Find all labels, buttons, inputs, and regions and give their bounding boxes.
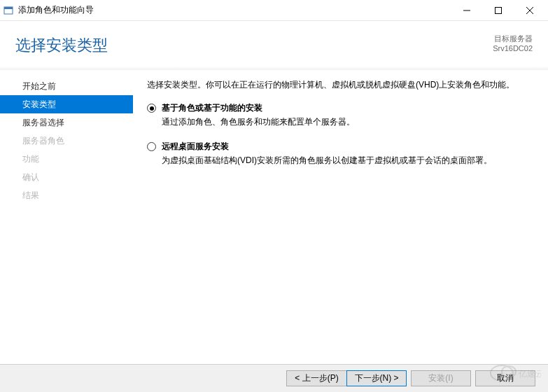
- sidebar-item-server-roles: 服务器角色: [0, 132, 133, 150]
- sidebar-item-label: 服务器角色: [22, 135, 64, 147]
- radio-icon: [147, 142, 156, 151]
- previous-button[interactable]: < 上一步(P): [286, 370, 346, 386]
- header: 选择安装类型 目标服务器 Srv16DC02: [0, 21, 548, 70]
- button-label: 下一步(N) >: [355, 372, 399, 384]
- app-icon: [3, 5, 14, 16]
- button-label: 安装(I): [428, 372, 453, 384]
- cancel-button[interactable]: 取消: [475, 370, 535, 386]
- sidebar-item-before-you-begin[interactable]: 开始之前: [0, 77, 133, 95]
- radio-option-rds[interactable]: 远程桌面服务安装 为虚拟桌面基础结构(VDI)安装所需的角色服务以创建基于虚拟机…: [147, 141, 533, 167]
- install-button: 安装(I): [411, 370, 471, 386]
- next-button[interactable]: 下一步(N) >: [346, 370, 407, 386]
- wizard-steps-sidebar: 开始之前 安装类型 服务器选择 服务器角色 功能 确认 结果: [0, 70, 133, 364]
- window-title: 添加角色和功能向导: [18, 4, 451, 16]
- content-pane: 选择安装类型。你可以在正在运行的物理计算机、虚拟机或脱机虚拟硬盘(VHD)上安装…: [133, 70, 548, 364]
- sidebar-item-results: 结果: [0, 186, 133, 204]
- page-title: 选择安装类型: [15, 35, 108, 56]
- radio-title: 远程桌面服务安装: [162, 141, 533, 153]
- intro-text: 选择安装类型。你可以在正在运行的物理计算机、虚拟机或脱机虚拟硬盘(VHD)上安装…: [147, 78, 533, 91]
- target-server-block: 目标服务器 Srv16DC02: [493, 34, 533, 52]
- target-server-label: 目标服务器: [493, 34, 533, 44]
- radio-title: 基于角色或基于功能的安装: [162, 102, 533, 114]
- sidebar-item-label: 确认: [22, 172, 39, 183]
- sidebar-item-label: 结果: [22, 190, 39, 202]
- radio-text: 远程桌面服务安装 为虚拟桌面基础结构(VDI)安装所需的角色服务以创建基于虚拟机…: [162, 141, 533, 167]
- sidebar-item-label: 功能: [22, 153, 39, 165]
- titlebar: 添加角色和功能向导: [0, 0, 548, 21]
- wizard-footer: < 上一步(P) 下一步(N) > 安装(I) 取消: [0, 364, 548, 392]
- sidebar-item-server-selection[interactable]: 服务器选择: [0, 113, 133, 132]
- sidebar-item-features: 功能: [0, 150, 133, 168]
- sidebar-item-confirmation: 确认: [0, 168, 133, 186]
- target-server-value: Srv16DC02: [493, 44, 533, 52]
- radio-text: 基于角色或基于功能的安装 通过添加角色、角色服务和功能来配置单个服务器。: [162, 102, 533, 128]
- nav-button-pair: < 上一步(P) 下一步(N) >: [286, 370, 407, 386]
- sidebar-item-installation-type[interactable]: 安装类型: [0, 95, 133, 113]
- radio-option-role-based[interactable]: 基于角色或基于功能的安装 通过添加角色、角色服务和功能来配置单个服务器。: [147, 102, 533, 128]
- radio-desc: 为虚拟桌面基础结构(VDI)安装所需的角色服务以创建基于虚拟机或基于会话的桌面部…: [162, 154, 533, 167]
- button-label: < 上一步(P): [295, 372, 338, 384]
- install-type-radio-group: 基于角色或基于功能的安装 通过添加角色、角色服务和功能来配置单个服务器。 远程桌…: [147, 102, 533, 167]
- radio-desc: 通过添加角色、角色服务和功能来配置单个服务器。: [162, 115, 533, 128]
- svg-rect-3: [495, 7, 501, 13]
- close-button[interactable]: [514, 0, 545, 21]
- sidebar-item-label: 安装类型: [22, 99, 56, 111]
- button-label: 取消: [497, 372, 514, 384]
- minimize-button[interactable]: [451, 0, 482, 21]
- maximize-button[interactable]: [482, 0, 514, 21]
- sidebar-item-label: 服务器选择: [22, 117, 64, 129]
- svg-rect-1: [4, 7, 13, 9]
- radio-icon: [147, 104, 156, 113]
- body: 开始之前 安装类型 服务器选择 服务器角色 功能 确认 结果 选择安装类型。你可…: [0, 70, 548, 364]
- sidebar-item-label: 开始之前: [22, 80, 56, 92]
